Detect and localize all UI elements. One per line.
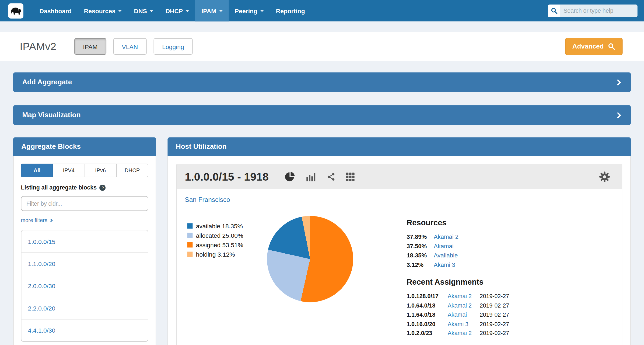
assignment-cidr: 1.0.64.0/18 xyxy=(407,301,448,310)
recent-assignments: Recent Assignments 1.0.128.0/17Akamai 22… xyxy=(407,278,542,338)
more-filters-link[interactable]: more filters xyxy=(21,217,52,223)
location-link[interactable]: San Franscisco xyxy=(185,196,230,203)
pie-chart xyxy=(267,216,353,302)
list-item[interactable]: 2.2.0.0/20 xyxy=(21,297,148,319)
utilization-card-header: 1.0.0.0/15 - 1918 xyxy=(177,165,622,189)
legend-label: available 18.35% xyxy=(196,222,243,229)
cidr-filter-input[interactable] xyxy=(21,196,148,211)
aggregate-block-list: 1.0.0.0/15 1.1.0.0/20 2.0.0.0/30 2.2.0.0… xyxy=(21,230,148,342)
resource-link[interactable]: Available xyxy=(434,251,458,260)
table-row: 1.0.64.0/18Akamai 22019-02-27 xyxy=(407,301,542,310)
assignment-date: 2019-02-27 xyxy=(480,319,509,329)
search-icon xyxy=(548,4,560,17)
nav-item-resources[interactable]: Resources xyxy=(78,0,128,21)
legend-label: assigned 53.51% xyxy=(196,241,243,248)
chevron-right-icon xyxy=(615,112,621,118)
filter-tab-ipv6[interactable]: IPv6 xyxy=(85,164,117,177)
nav-item-label: IPAM xyxy=(201,7,216,14)
assignment-cidr: 1.1.64.0/18 xyxy=(407,310,448,319)
assignment-date: 2019-02-27 xyxy=(480,310,509,319)
list-item[interactable]: 1.0.0.0/15 xyxy=(21,230,148,252)
pie-legend: available 18.35% allocated 25.00% assign… xyxy=(187,218,261,260)
assignment-cidr: 1.0.2.0/23 xyxy=(407,329,448,338)
caret-down-icon xyxy=(150,10,153,12)
list-item[interactable]: 2.0.0.0/30 xyxy=(21,275,148,297)
nav-item-label: Dashboard xyxy=(39,7,72,14)
list-item[interactable]: 1.1.0.0/20 xyxy=(21,253,148,275)
legend-item: available 18.35% xyxy=(187,222,261,229)
table-row: 1.0.16.0/20Akami 32019-02-27 xyxy=(407,319,542,329)
nav-item-reporting[interactable]: Reporting xyxy=(270,0,311,21)
assignment-cidr: 1.0.128.0/17 xyxy=(407,292,448,301)
assignment-link[interactable]: Akamai xyxy=(448,310,480,319)
resource-link[interactable]: Akamai 2 xyxy=(434,232,458,242)
host-utilization-panel: Host Utilization 1.0.0.0/15 - 1918 xyxy=(167,137,631,345)
nav-item-dhcp[interactable]: DHCP xyxy=(159,0,195,21)
nav-item-dns[interactable]: DNS xyxy=(128,0,159,21)
caret-down-icon xyxy=(186,10,189,12)
resource-link[interactable]: Akamai xyxy=(434,242,454,251)
map-visualization-bar[interactable]: Map Visualization xyxy=(13,105,631,125)
gear-icon[interactable] xyxy=(599,171,610,183)
add-aggregate-title: Add Aggregate xyxy=(22,78,72,87)
table-row: 18.35%Available xyxy=(407,251,542,260)
nav-item-label: Peering xyxy=(235,7,257,14)
listing-label-row: Listing all aggregate blocks ? xyxy=(21,184,148,191)
nav-item-label: DNS xyxy=(134,7,147,14)
navbar-search xyxy=(548,4,638,17)
nav-item-ipam[interactable]: IPAM xyxy=(195,0,229,21)
add-aggregate-bar[interactable]: Add Aggregate xyxy=(13,72,631,92)
legend-item: allocated 25.00% xyxy=(187,232,261,239)
table-row: 1.0.128.0/17Akamai 22019-02-27 xyxy=(407,292,542,301)
legend-label: holding 3.12% xyxy=(196,251,235,258)
utilization-card-body: San Franscisco available 18.35% allocate… xyxy=(177,189,622,345)
utilization-card: 1.0.0.0/15 - 1918 xyxy=(176,164,622,345)
aggregate-blocks-header: Aggregate Blocks xyxy=(13,137,156,156)
legend-swatch xyxy=(187,233,193,238)
filter-tab-dhcp[interactable]: DHCP xyxy=(117,164,148,177)
assignment-link[interactable]: Akamai 2 xyxy=(448,329,480,338)
legend-label: allocated 25.00% xyxy=(196,232,243,239)
caret-down-icon xyxy=(219,10,222,12)
map-visualization-title: Map Visualization xyxy=(22,111,80,119)
table-row: 1.1.64.0/18Akamai2019-02-27 xyxy=(407,310,542,319)
legend-swatch xyxy=(187,223,193,229)
resource-percent: 3.12% xyxy=(407,260,434,269)
nav-menu: Dashboard Resources DNS DHCP IPAM Peerin… xyxy=(33,0,311,21)
list-item[interactable]: 4.4.1.0/30 xyxy=(21,319,148,341)
top-navbar: Dashboard Resources DNS DHCP IPAM Peerin… xyxy=(0,0,644,21)
nav-item-dashboard[interactable]: Dashboard xyxy=(33,0,78,21)
app-logo[interactable] xyxy=(8,3,23,18)
resource-percent: 18.35% xyxy=(407,251,434,260)
filter-tab-all[interactable]: All xyxy=(21,164,53,177)
search-icon xyxy=(608,43,615,50)
chart-row: available 18.35% allocated 25.00% assign… xyxy=(184,218,614,338)
pie-chart-view-icon[interactable] xyxy=(285,171,295,182)
bar-chart-view-icon[interactable] xyxy=(306,171,316,182)
legend-item: holding 3.12% xyxy=(187,251,261,258)
table-row: 37.89%Akamai 2 xyxy=(407,232,542,242)
filter-tab-ipv4[interactable]: IPV4 xyxy=(53,164,85,177)
view-tab-vlan[interactable]: VLAN xyxy=(113,38,147,55)
help-icon[interactable]: ? xyxy=(100,184,106,191)
view-tab-ipam[interactable]: IPAM xyxy=(74,38,106,55)
nav-item-peering[interactable]: Peering xyxy=(229,0,270,21)
assignment-link[interactable]: Akami 3 xyxy=(448,319,480,329)
legend-swatch xyxy=(187,242,193,248)
search-input[interactable] xyxy=(560,4,638,17)
host-utilization-header: Host Utilization xyxy=(167,137,631,156)
share-icon[interactable] xyxy=(327,172,336,181)
host-utilization-body: 1.0.0.0/15 - 1918 xyxy=(167,156,631,345)
resources-column: Resources 37.89%Akamai 2 37.50%Akamai 18… xyxy=(407,218,542,338)
assignment-link[interactable]: Akamai 2 xyxy=(448,292,480,301)
view-tab-logging[interactable]: Logging xyxy=(153,38,193,55)
page-header: IPAMv2 IPAM VLAN Logging Advanced xyxy=(0,32,644,61)
grid-view-icon[interactable] xyxy=(346,172,355,181)
resource-link[interactable]: Akami 3 xyxy=(434,260,455,269)
assignment-link[interactable]: Akamai 2 xyxy=(448,301,480,310)
page: Dashboard Resources DNS DHCP IPAM Peerin… xyxy=(0,0,644,345)
caret-down-icon xyxy=(260,10,264,12)
advanced-search-button[interactable]: Advanced xyxy=(565,38,622,55)
legend-item: assigned 53.51% xyxy=(187,241,261,248)
resource-percent: 37.50% xyxy=(407,242,434,251)
